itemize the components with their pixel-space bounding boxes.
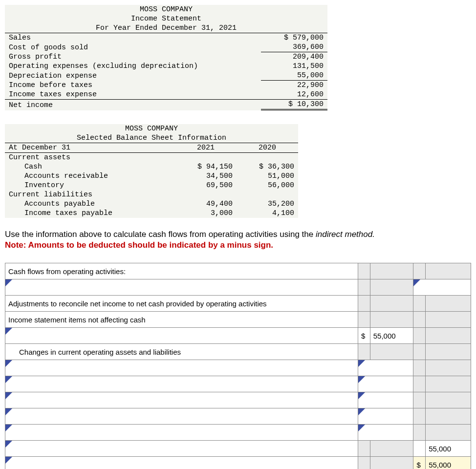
bs-itp-20: 4,100: [237, 209, 298, 218]
bs-cash-label: Cash: [5, 162, 175, 171]
ws-r9-amt-select[interactable]: [358, 392, 413, 408]
worksheet-table: Cash flows from operating activities: Ad…: [5, 263, 471, 469]
ws-r11-desc-select[interactable]: [5, 425, 358, 441]
bs-col-2021: 2021: [175, 143, 237, 153]
bs-sec-ca: Current assets: [5, 153, 175, 163]
ws-r13-desc-select[interactable]: [5, 457, 358, 469]
ws-r1-c2: [358, 263, 370, 279]
is-itx-val: 12,600: [261, 90, 327, 100]
bs-inv-label: Inventory: [5, 181, 175, 190]
bs-ar-20: 51,000: [237, 171, 298, 181]
ws-r11-amt-select[interactable]: [358, 425, 413, 441]
bs-inv-20: 56,000: [237, 181, 298, 190]
ws-r10-amt-select[interactable]: [358, 408, 413, 425]
is-dep-label: Depreciation expense: [5, 71, 261, 81]
is-ibt-val: 22,900: [261, 81, 327, 90]
ws-adjustments-label: Adjustments to reconcile net income to n…: [5, 296, 358, 312]
bs-ap-20: 35,200: [237, 199, 298, 209]
ws-r8-desc-select[interactable]: [5, 376, 358, 392]
ws-r1-c3: [370, 263, 413, 279]
is-dep-val: 55,000: [261, 71, 327, 81]
bs-ar-label: Accounts receivable: [5, 171, 175, 181]
bs-ap-21: 49,400: [175, 199, 237, 209]
ws-r13-val: 55,000: [426, 457, 471, 469]
bs-cash-20: $ 36,300: [237, 162, 298, 171]
ws-r8-amt-select[interactable]: [358, 376, 413, 392]
bs-itp-label: Income taxes payable: [5, 209, 175, 218]
bs-col-2020: 2020: [237, 143, 298, 153]
is-period: For Year Ended December 31, 2021: [5, 23, 327, 33]
bs-sec-cl: Current liabilities: [5, 190, 175, 199]
ws-r12-desc-select[interactable]: [5, 441, 358, 457]
is-title: Income Statement: [5, 14, 327, 23]
ws-r1-c5: [426, 263, 471, 279]
ws-r2-amt-select[interactable]: [413, 279, 471, 296]
bs-cash-21: $ 94,150: [175, 162, 237, 171]
ws-r2-desc-select[interactable]: [5, 279, 358, 296]
is-cogs-label: Cost of goods sold: [5, 43, 261, 52]
ws-noncash-label: Income statement items not affecting cas…: [5, 312, 358, 328]
ws-r2-c3: [370, 279, 413, 296]
is-ni-label: Net income: [5, 100, 261, 110]
is-gp-label: Gross profit: [5, 52, 261, 62]
is-gp-val: 209,400: [261, 52, 327, 62]
bs-ap-label: Accounts payable: [5, 199, 175, 209]
instruction-text: Use the information above to calculate c…: [5, 230, 471, 239]
ws-r7-desc-select[interactable]: [5, 360, 358, 376]
instruction-part-b: indirect method.: [316, 230, 375, 239]
instruction-warning: Note: Amounts to be deducted should be i…: [5, 240, 471, 250]
balance-sheet-table: MOSS COMPANY Selected Balance Sheet Info…: [5, 124, 298, 218]
bs-ar-21: 34,500: [175, 171, 237, 181]
instruction-part-a: Use the information above to calculate c…: [5, 230, 316, 239]
ws-r9-desc-select[interactable]: [5, 392, 358, 408]
ws-r12-val: 55,000: [426, 441, 471, 457]
is-sales-label: Sales: [5, 33, 261, 43]
is-company: MOSS COMPANY: [5, 5, 327, 14]
ws-r5-desc-select[interactable]: [5, 328, 358, 344]
is-itx-label: Income taxes expense: [5, 90, 261, 100]
bs-title: Selected Balance Sheet Information: [5, 133, 298, 143]
ws-changes-label: Changes in current operating assets and …: [5, 344, 358, 360]
bs-itp-21: 3,000: [175, 209, 237, 218]
bs-inv-21: 69,500: [175, 181, 237, 190]
is-cogs-val: 369,600: [261, 43, 327, 52]
ws-r7-amt-select[interactable]: [358, 360, 413, 376]
ws-r2-c2: [358, 279, 370, 296]
ws-r13-sym: $: [413, 457, 426, 469]
bs-col-date: At December 31: [5, 143, 175, 153]
is-opex-label: Operating expenses (excluding depreciati…: [5, 62, 261, 71]
is-ibt-label: Income before taxes: [5, 81, 261, 90]
ws-r12-sym: [413, 441, 426, 457]
ws-r10-desc-select[interactable]: [5, 408, 358, 425]
income-statement-table: MOSS COMPANY Income Statement For Year E…: [5, 5, 327, 110]
is-sales-val: $ 579,000: [261, 33, 327, 43]
bs-company: MOSS COMPANY: [5, 124, 298, 133]
ws-r5-val[interactable]: 55,000: [370, 328, 413, 344]
is-ni-val: $ 10,300: [261, 100, 327, 110]
ws-r5-sym: $: [358, 328, 370, 344]
is-opex-val: 131,500: [261, 62, 327, 71]
ws-heading: Cash flows from operating activities:: [5, 263, 358, 279]
ws-r1-c4: [413, 263, 426, 279]
